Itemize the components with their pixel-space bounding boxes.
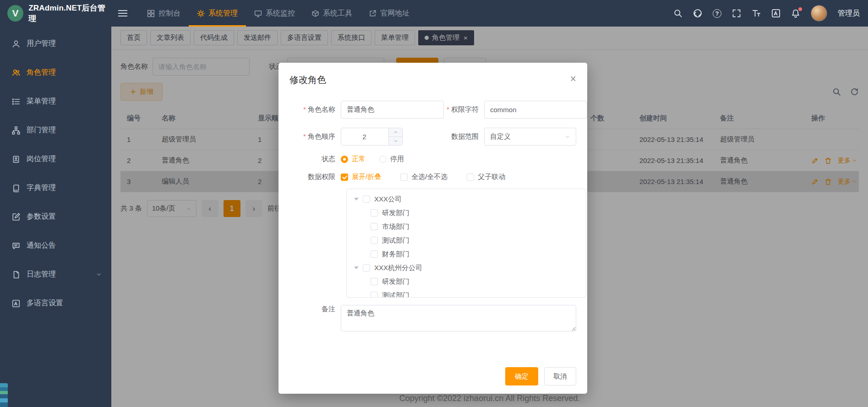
sidebar-item-label: 岗位管理 <box>27 154 56 164</box>
top-nav: 控制台 系统管理 系统监控 系统工具 官网地址 <box>139 0 418 27</box>
help-icon[interactable]: ? <box>713 9 721 18</box>
stepper-down-button[interactable] <box>389 137 402 145</box>
sidebar-item-roles[interactable]: 角色管理 <box>0 58 111 87</box>
org-tree-icon <box>12 126 20 135</box>
data-scope-value: 自定义 <box>490 132 511 141</box>
nav-item-official-site[interactable]: 官网地址 <box>360 0 418 27</box>
checkbox[interactable] <box>363 264 370 271</box>
sidebar-item-label: 参数设置 <box>27 212 56 222</box>
data-scope-field-label: 数据范围 <box>433 132 484 141</box>
checkbox[interactable] <box>371 223 378 230</box>
status-radio-disabled[interactable]: 停用 <box>379 155 404 163</box>
tree-node[interactable]: 财务部门 <box>347 247 586 261</box>
roles-icon <box>12 69 20 77</box>
tree-node-label: XXX杭州分公司 <box>374 264 422 272</box>
language-square-icon <box>12 299 20 308</box>
nav-item-system-tools[interactable]: 系统工具 <box>303 0 360 27</box>
status-radio-normal[interactable]: 正常 <box>341 155 366 163</box>
tree-node-label: XXX公司 <box>374 195 402 204</box>
checkbox[interactable] <box>371 278 378 285</box>
role-name-field[interactable] <box>341 101 444 119</box>
content-area: 首页 文章列表 代码生成 发送邮件 多语言设置 系统接口 菜单管理 角色管理 ×… <box>111 27 868 407</box>
select-all-checkbox[interactable]: 全选/全不选 <box>400 173 448 181</box>
sidebar-item-label: 角色管理 <box>27 68 56 77</box>
sidebar-item-parameters[interactable]: 参数设置 <box>0 202 111 231</box>
book-icon <box>12 184 20 192</box>
tree-node-label: 研发部门 <box>382 277 409 286</box>
checkbox[interactable] <box>371 292 378 298</box>
confirm-button[interactable]: 确定 <box>505 367 538 385</box>
tree-caret-icon[interactable] <box>354 198 359 201</box>
sidebar-toggle-button[interactable] <box>111 0 134 27</box>
status-field-label: 状态 <box>289 155 341 163</box>
remark-textarea[interactable]: 普通角色 <box>341 305 576 331</box>
sidebar: 用户管理 角色管理 菜单管理 部门管理 岗位管理 字典管理 参数设置 通知公告 <box>0 27 111 407</box>
expand-collapse-checkbox[interactable]: 展开/折叠 <box>341 173 381 181</box>
checkbox <box>467 174 474 181</box>
app-title: ZRAdmin.NET后台管理 <box>28 3 111 24</box>
radio-dot <box>341 156 348 163</box>
toolbox-icon <box>311 10 319 17</box>
tree-node[interactable]: 测试部门 <box>347 233 586 247</box>
role-order-field-label: 角色顺序 <box>289 132 341 141</box>
notification-bell-icon[interactable] <box>791 9 800 18</box>
data-scope-select[interactable]: 自定义 <box>484 128 576 146</box>
tree-node[interactable]: 研发部门 <box>347 206 586 220</box>
cancel-button[interactable]: 取消 <box>544 367 576 385</box>
font-size-icon[interactable] <box>752 9 761 18</box>
parent-child-link-checkbox[interactable]: 父子联动 <box>467 173 505 181</box>
close-icon[interactable]: × <box>570 74 576 84</box>
tree-caret-icon[interactable] <box>354 266 359 269</box>
sidebar-item-notices[interactable]: 通知公告 <box>0 231 111 260</box>
nav-item-label: 系统工具 <box>323 9 352 18</box>
remark-field-label: 备注 <box>289 305 341 331</box>
language-icon[interactable] <box>771 9 781 18</box>
edit-square-icon <box>12 213 20 221</box>
tree-node-label: 市场部门 <box>382 222 409 231</box>
fullscreen-icon[interactable] <box>732 9 741 18</box>
tree-node[interactable]: 测试部门 <box>347 288 586 298</box>
sidebar-item-label: 多语言设置 <box>27 298 63 308</box>
sidebar-item-label: 通知公告 <box>27 241 56 250</box>
sidebar-item-languages[interactable]: 多语言设置 <box>0 289 111 318</box>
nav-item-console[interactable]: 控制台 <box>139 0 189 27</box>
stepper-up-button[interactable] <box>389 128 402 137</box>
sidebar-item-users[interactable]: 用户管理 <box>0 29 111 58</box>
sidebar-item-departments[interactable]: 部门管理 <box>0 116 111 145</box>
avatar[interactable] <box>811 5 827 22</box>
perm-char-field[interactable] <box>484 101 587 119</box>
dialog-body: 角色名称 权限字符 角色顺序 <box>278 90 587 331</box>
sidebar-item-logs[interactable]: 日志管理 <box>0 260 111 289</box>
search-icon[interactable] <box>673 9 682 18</box>
github-icon[interactable] <box>693 9 702 18</box>
monitor-icon <box>254 10 262 17</box>
role-order-input[interactable] <box>341 128 388 145</box>
tree-node-label: 测试部门 <box>382 236 409 245</box>
radio-label: 正常 <box>352 155 366 163</box>
checkbox[interactable] <box>371 237 378 244</box>
role-order-stepper <box>341 128 403 146</box>
nav-item-system-manage[interactable]: 系统管理 <box>189 0 246 27</box>
sidebar-item-dictionary[interactable]: 字典管理 <box>0 174 111 202</box>
checkbox[interactable] <box>371 209 378 217</box>
tree-node-label: 财务部门 <box>382 250 409 259</box>
sidebar-item-posts[interactable]: 岗位管理 <box>0 145 111 174</box>
tree-node[interactable]: 研发部门 <box>347 275 586 288</box>
nav-item-system-monitor[interactable]: 系统监控 <box>246 0 303 27</box>
tree-node[interactable]: XXX杭州分公司 <box>347 261 586 275</box>
radio-dot <box>379 156 387 163</box>
checkbox[interactable] <box>363 195 370 203</box>
perm-char-field-label: 权限字符 <box>433 105 484 114</box>
role-name-field-label: 角色名称 <box>289 105 341 114</box>
checkbox-label: 展开/折叠 <box>352 173 381 181</box>
sidebar-item-menus[interactable]: 菜单管理 <box>0 87 111 116</box>
dialog-header: 修改角色 × <box>278 63 587 90</box>
data-perms-field-label: 数据权限 <box>289 173 341 181</box>
username[interactable]: 管理员 <box>838 9 860 18</box>
dialog-footer: 确定 取消 <box>505 367 576 385</box>
checkbox[interactable] <box>371 250 378 258</box>
tree-node[interactable]: XXX公司 <box>347 192 586 206</box>
checkbox-label: 全选/全不选 <box>411 173 448 181</box>
corner-widget[interactable] <box>0 383 8 407</box>
tree-node[interactable]: 市场部门 <box>347 220 586 233</box>
